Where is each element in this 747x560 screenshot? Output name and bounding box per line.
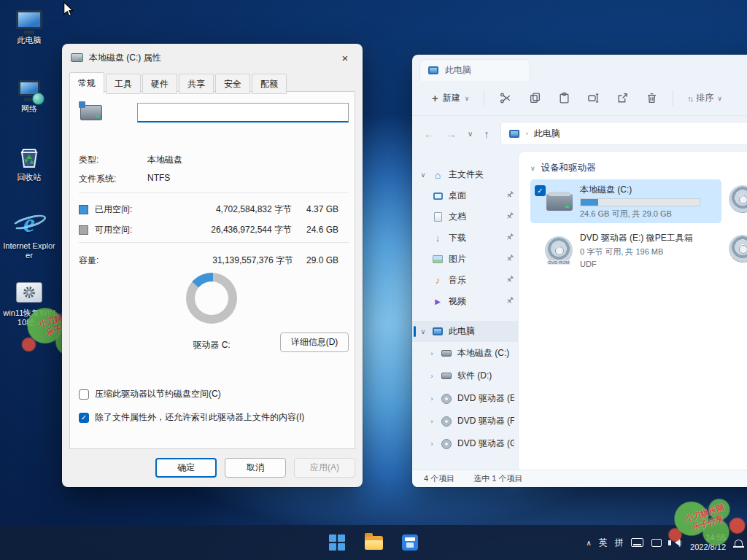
sidebar-item-label: 图片 (449, 253, 500, 265)
apply-button: 应用(A) (294, 458, 355, 478)
index-checkbox[interactable]: ✓ (79, 413, 89, 423)
drive-item-c[interactable]: ✓ 本地磁盘 (C:) 24.6 GB 可用, 共 29.0 GB (530, 179, 721, 223)
ime-mode-indicator[interactable]: 英 (599, 537, 608, 549)
sidebar-item-label: 视频 (449, 295, 500, 308)
clock[interactable]: 14:55 2022/8/12 (690, 533, 726, 552)
rename-button[interactable] (580, 87, 606, 110)
sidebar-item-videos[interactable]: ▶ 视频 (412, 291, 518, 312)
chevron-right-icon[interactable]: › (428, 418, 436, 425)
taskbar-store[interactable] (395, 528, 425, 557)
delete-button[interactable] (638, 87, 665, 110)
chevron-right-icon[interactable]: › (428, 395, 436, 402)
sidebar-item-desktop[interactable]: 桌面 (412, 185, 518, 206)
sidebar-item-home[interactable]: ∨ ⌂ 主文件夹 (412, 164, 518, 185)
sidebar-item-music[interactable]: ♪ 音乐 (412, 270, 518, 291)
this-pc-icon (13, 6, 45, 34)
check-icon: ✓ (81, 413, 87, 421)
chevron-right-icon[interactable]: › (428, 350, 436, 357)
explorer-titlebar[interactable]: 此电脑 (412, 55, 747, 81)
sidebar-item-pictures[interactable]: 图片 (412, 249, 518, 270)
cancel-button-label: 取消 (247, 462, 264, 474)
volume-icon[interactable]: ) (668, 539, 681, 547)
up-button[interactable]: ↑ (484, 128, 489, 140)
tray-overflow-button[interactable]: ∧ (586, 539, 591, 547)
type-value: 本地磁盘 (147, 154, 182, 166)
copy-button[interactable] (522, 87, 548, 110)
tab-hardware[interactable]: 硬件 (142, 74, 177, 94)
taskbar-file-explorer[interactable] (359, 528, 388, 557)
desktop-icon-recycle-bin[interactable]: 回收站 (1, 143, 57, 182)
sidebar-item-dvd-g[interactable]: › DVD 驱动器 (G:) (412, 432, 518, 455)
tab-label: 硬件 (151, 79, 169, 89)
chevron-right-icon[interactable]: › (428, 373, 436, 380)
new-button[interactable]: + 新建 ∨ (425, 87, 476, 110)
ok-button[interactable]: 确定 (155, 458, 217, 478)
paste-button[interactable] (551, 87, 577, 110)
forward-button[interactable]: → (446, 128, 457, 140)
capacity-label: 容量: (79, 254, 147, 267)
breadcrumb-root[interactable]: 此电脑 (534, 128, 560, 140)
start-button[interactable] (322, 528, 352, 557)
sort-button[interactable]: ↑↓ 排序 ∨ (681, 87, 728, 110)
explorer-tab[interactable]: 此电脑 (419, 59, 530, 81)
this-pc-icon (509, 130, 519, 138)
free-space-legend-swatch (79, 225, 88, 235)
check-icon: ✓ (537, 187, 543, 195)
sidebar-item-downloads[interactable]: ↓ 下载 (412, 228, 518, 249)
address-breadcrumb[interactable]: › 此电脑 (500, 122, 747, 145)
free-space-bytes: 26,436,972,544 字节 (146, 224, 292, 236)
sidebar-item-dvd-e[interactable]: › DVD 驱动器 (E:) (412, 387, 518, 410)
back-button[interactable]: ← (424, 128, 435, 140)
drive-item-e[interactable]: DVD-ROM DVD 驱动器 (E:) 微PE工具箱 0 字节 可用, 共 1… (530, 229, 721, 271)
tab-label: 常规 (78, 78, 96, 88)
network-icon[interactable] (651, 539, 661, 547)
used-space-legend-swatch (79, 205, 88, 214)
explorer-body: ∨ ⌂ 主文件夹 桌面 文档 ↓ 下载 图片 (412, 151, 747, 470)
history-dropdown[interactable]: ∨ (468, 130, 473, 138)
tab-security[interactable]: 安全 (215, 74, 250, 94)
desktop-icon-network[interactable]: 网络 (1, 74, 57, 114)
ime-indicator[interactable]: 拼 (615, 537, 624, 549)
sidebar-item-documents[interactable]: 文档 (412, 206, 518, 228)
sidebar-item-drive-c[interactable]: › 本地磁盘 (C:) (412, 342, 518, 365)
volume-label-input[interactable] (137, 103, 349, 122)
dialog-titlebar[interactable]: 本地磁盘 (C:) 属性 × (62, 44, 363, 71)
close-button[interactable]: × (332, 47, 358, 68)
tab-quota[interactable]: 配额 (252, 74, 287, 94)
compress-checkbox-row[interactable]: 压缩此驱动器以节约磁盘空间(C) (79, 388, 221, 400)
desktop-icon (433, 192, 443, 200)
item-checkbox[interactable]: ✓ (535, 185, 546, 196)
chevron-down-icon[interactable]: ∨ (419, 171, 427, 179)
free-space-label: 可用空间: (95, 224, 146, 236)
cut-button[interactable] (492, 87, 519, 110)
sidebar-item-this-pc[interactable]: ∨ 此电脑 (412, 321, 518, 342)
chevron-down-icon[interactable]: ∨ (419, 328, 427, 335)
desktop-icon-internet-explorer[interactable]: e Internet Explorer (1, 207, 57, 260)
tab-general[interactable]: 常规 (69, 72, 104, 94)
dvd-icon (441, 394, 452, 404)
desktop-icon-this-pc[interactable]: 此电脑 (1, 6, 57, 45)
index-checkbox-row[interactable]: ✓ 除了文件属性外，还允许索引此驱动器上文件的内容(I) (79, 411, 304, 424)
chevron-right-icon[interactable]: › (428, 440, 436, 448)
capacity-size: 29.0 GB (293, 255, 338, 265)
general-tab-page: 类型:本地磁盘 文件系统:NTFS 已用空间: 4,702,584,832 字节… (69, 91, 355, 449)
drive-detail: 0 字节 可用, 共 196 MB (580, 246, 693, 257)
tab-sharing[interactable]: 共享 (179, 74, 214, 94)
details-button[interactable]: 详细信息(D) (280, 332, 349, 352)
sidebar-item-label: 主文件夹 (449, 168, 514, 181)
cancel-button[interactable]: 取消 (225, 458, 286, 478)
notification-bell-icon[interactable] (735, 540, 743, 546)
compress-checkbox[interactable] (79, 389, 89, 400)
share-button[interactable] (609, 87, 635, 110)
rename-icon (587, 92, 600, 104)
sidebar-item-drive-d[interactable]: › 软件 (D:) (412, 365, 518, 387)
copy-icon (529, 92, 541, 104)
free-space-size: 24.6 GB (292, 225, 338, 235)
tab-tools[interactable]: 工具 (106, 74, 141, 94)
store-icon (402, 534, 418, 551)
sidebar-item-dvd-f[interactable]: › DVD 驱动器 (F:) (412, 410, 518, 432)
desktop-icon-win11-restore[interactable]: win11恢复WIN10经... (1, 279, 57, 327)
devices-and-drives-header[interactable]: ∨ 设备和驱动器 (530, 162, 596, 174)
touch-keyboard-icon[interactable] (631, 538, 643, 547)
free-space-row: 可用空间: 26,436,972,544 字节 24.6 GB (79, 222, 338, 237)
